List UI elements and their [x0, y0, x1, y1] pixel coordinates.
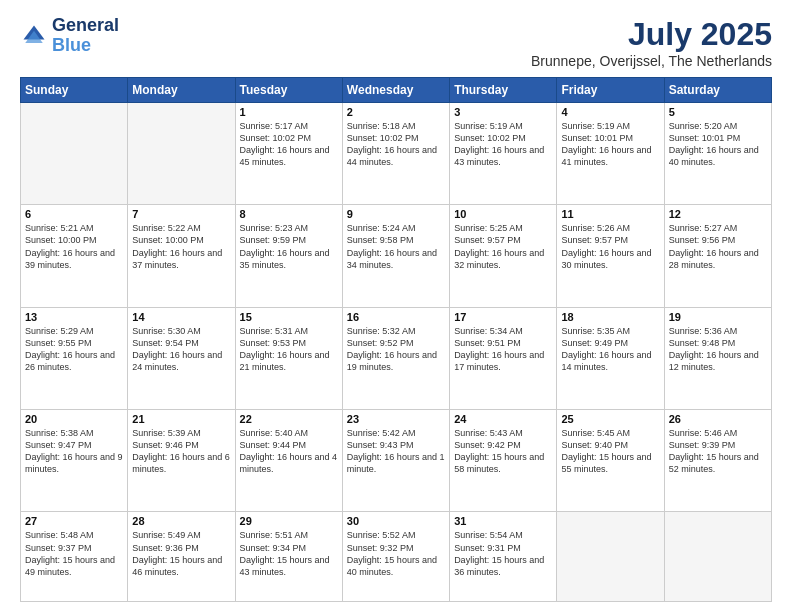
calendar-day-cell: 4Sunrise: 5:19 AM Sunset: 10:01 PM Dayli… — [557, 103, 664, 205]
calendar-day-cell: 20Sunrise: 5:38 AM Sunset: 9:47 PM Dayli… — [21, 410, 128, 512]
day-info: Sunrise: 5:54 AM Sunset: 9:31 PM Dayligh… — [454, 529, 552, 578]
weekday-header-wednesday: Wednesday — [342, 78, 449, 103]
day-number: 18 — [561, 311, 659, 323]
calendar-day-cell: 31Sunrise: 5:54 AM Sunset: 9:31 PM Dayli… — [450, 512, 557, 602]
day-number: 14 — [132, 311, 230, 323]
calendar-day-cell: 26Sunrise: 5:46 AM Sunset: 9:39 PM Dayli… — [664, 410, 771, 512]
logo-icon — [20, 22, 48, 50]
day-info: Sunrise: 5:45 AM Sunset: 9:40 PM Dayligh… — [561, 427, 659, 476]
day-number: 12 — [669, 208, 767, 220]
weekday-header-friday: Friday — [557, 78, 664, 103]
calendar-day-cell: 29Sunrise: 5:51 AM Sunset: 9:34 PM Dayli… — [235, 512, 342, 602]
weekday-header-thursday: Thursday — [450, 78, 557, 103]
day-number: 22 — [240, 413, 338, 425]
day-number: 24 — [454, 413, 552, 425]
weekday-header-monday: Monday — [128, 78, 235, 103]
day-number: 7 — [132, 208, 230, 220]
day-info: Sunrise: 5:27 AM Sunset: 9:56 PM Dayligh… — [669, 222, 767, 271]
day-number: 3 — [454, 106, 552, 118]
calendar-week-row: 1Sunrise: 5:17 AM Sunset: 10:02 PM Dayli… — [21, 103, 772, 205]
day-info: Sunrise: 5:29 AM Sunset: 9:55 PM Dayligh… — [25, 325, 123, 374]
weekday-header-saturday: Saturday — [664, 78, 771, 103]
day-number: 5 — [669, 106, 767, 118]
calendar-day-cell: 18Sunrise: 5:35 AM Sunset: 9:49 PM Dayli… — [557, 307, 664, 409]
calendar-day-cell: 16Sunrise: 5:32 AM Sunset: 9:52 PM Dayli… — [342, 307, 449, 409]
calendar-table: SundayMondayTuesdayWednesdayThursdayFrid… — [20, 77, 772, 602]
calendar-day-cell: 7Sunrise: 5:22 AM Sunset: 10:00 PM Dayli… — [128, 205, 235, 307]
calendar-day-cell: 3Sunrise: 5:19 AM Sunset: 10:02 PM Dayli… — [450, 103, 557, 205]
day-info: Sunrise: 5:42 AM Sunset: 9:43 PM Dayligh… — [347, 427, 445, 476]
day-info: Sunrise: 5:40 AM Sunset: 9:44 PM Dayligh… — [240, 427, 338, 476]
calendar-day-cell: 9Sunrise: 5:24 AM Sunset: 9:58 PM Daylig… — [342, 205, 449, 307]
title-block: July 2025 Brunnepe, Overijssel, The Neth… — [531, 16, 772, 69]
calendar-day-cell: 2Sunrise: 5:18 AM Sunset: 10:02 PM Dayli… — [342, 103, 449, 205]
day-info: Sunrise: 5:32 AM Sunset: 9:52 PM Dayligh… — [347, 325, 445, 374]
day-number: 28 — [132, 515, 230, 527]
calendar-day-cell: 1Sunrise: 5:17 AM Sunset: 10:02 PM Dayli… — [235, 103, 342, 205]
calendar-day-cell: 13Sunrise: 5:29 AM Sunset: 9:55 PM Dayli… — [21, 307, 128, 409]
day-info: Sunrise: 5:23 AM Sunset: 9:59 PM Dayligh… — [240, 222, 338, 271]
day-number: 13 — [25, 311, 123, 323]
calendar-day-cell: 30Sunrise: 5:52 AM Sunset: 9:32 PM Dayli… — [342, 512, 449, 602]
day-number: 31 — [454, 515, 552, 527]
day-number: 10 — [454, 208, 552, 220]
day-info: Sunrise: 5:52 AM Sunset: 9:32 PM Dayligh… — [347, 529, 445, 578]
calendar-day-cell: 23Sunrise: 5:42 AM Sunset: 9:43 PM Dayli… — [342, 410, 449, 512]
day-info: Sunrise: 5:17 AM Sunset: 10:02 PM Daylig… — [240, 120, 338, 169]
calendar-day-cell: 15Sunrise: 5:31 AM Sunset: 9:53 PM Dayli… — [235, 307, 342, 409]
calendar-day-cell: 6Sunrise: 5:21 AM Sunset: 10:00 PM Dayli… — [21, 205, 128, 307]
day-number: 1 — [240, 106, 338, 118]
day-number: 8 — [240, 208, 338, 220]
calendar-day-cell: 10Sunrise: 5:25 AM Sunset: 9:57 PM Dayli… — [450, 205, 557, 307]
calendar-day-cell: 11Sunrise: 5:26 AM Sunset: 9:57 PM Dayli… — [557, 205, 664, 307]
day-info: Sunrise: 5:18 AM Sunset: 10:02 PM Daylig… — [347, 120, 445, 169]
day-number: 17 — [454, 311, 552, 323]
day-number: 25 — [561, 413, 659, 425]
calendar-day-cell: 17Sunrise: 5:34 AM Sunset: 9:51 PM Dayli… — [450, 307, 557, 409]
day-number: 19 — [669, 311, 767, 323]
day-info: Sunrise: 5:19 AM Sunset: 10:02 PM Daylig… — [454, 120, 552, 169]
day-info: Sunrise: 5:22 AM Sunset: 10:00 PM Daylig… — [132, 222, 230, 271]
day-number: 23 — [347, 413, 445, 425]
day-info: Sunrise: 5:31 AM Sunset: 9:53 PM Dayligh… — [240, 325, 338, 374]
day-number: 16 — [347, 311, 445, 323]
day-info: Sunrise: 5:49 AM Sunset: 9:36 PM Dayligh… — [132, 529, 230, 578]
calendar-day-cell: 8Sunrise: 5:23 AM Sunset: 9:59 PM Daylig… — [235, 205, 342, 307]
weekday-header-sunday: Sunday — [21, 78, 128, 103]
day-number: 15 — [240, 311, 338, 323]
weekday-header-tuesday: Tuesday — [235, 78, 342, 103]
day-number: 30 — [347, 515, 445, 527]
day-info: Sunrise: 5:43 AM Sunset: 9:42 PM Dayligh… — [454, 427, 552, 476]
calendar-day-cell — [21, 103, 128, 205]
weekday-header-row: SundayMondayTuesdayWednesdayThursdayFrid… — [21, 78, 772, 103]
day-info: Sunrise: 5:48 AM Sunset: 9:37 PM Dayligh… — [25, 529, 123, 578]
calendar-day-cell: 28Sunrise: 5:49 AM Sunset: 9:36 PM Dayli… — [128, 512, 235, 602]
day-number: 9 — [347, 208, 445, 220]
day-info: Sunrise: 5:25 AM Sunset: 9:57 PM Dayligh… — [454, 222, 552, 271]
page-header: General Blue July 2025 Brunnepe, Overijs… — [20, 16, 772, 69]
calendar-day-cell: 24Sunrise: 5:43 AM Sunset: 9:42 PM Dayli… — [450, 410, 557, 512]
day-info: Sunrise: 5:19 AM Sunset: 10:01 PM Daylig… — [561, 120, 659, 169]
calendar-week-row: 13Sunrise: 5:29 AM Sunset: 9:55 PM Dayli… — [21, 307, 772, 409]
calendar-day-cell: 27Sunrise: 5:48 AM Sunset: 9:37 PM Dayli… — [21, 512, 128, 602]
calendar-week-row: 6Sunrise: 5:21 AM Sunset: 10:00 PM Dayli… — [21, 205, 772, 307]
day-info: Sunrise: 5:38 AM Sunset: 9:47 PM Dayligh… — [25, 427, 123, 476]
day-number: 20 — [25, 413, 123, 425]
day-number: 4 — [561, 106, 659, 118]
calendar-day-cell: 14Sunrise: 5:30 AM Sunset: 9:54 PM Dayli… — [128, 307, 235, 409]
day-info: Sunrise: 5:35 AM Sunset: 9:49 PM Dayligh… — [561, 325, 659, 374]
calendar-page: General Blue July 2025 Brunnepe, Overijs… — [0, 0, 792, 612]
day-info: Sunrise: 5:39 AM Sunset: 9:46 PM Dayligh… — [132, 427, 230, 476]
calendar-day-cell: 5Sunrise: 5:20 AM Sunset: 10:01 PM Dayli… — [664, 103, 771, 205]
calendar-week-row: 20Sunrise: 5:38 AM Sunset: 9:47 PM Dayli… — [21, 410, 772, 512]
calendar-day-cell — [557, 512, 664, 602]
day-info: Sunrise: 5:36 AM Sunset: 9:48 PM Dayligh… — [669, 325, 767, 374]
day-info: Sunrise: 5:30 AM Sunset: 9:54 PM Dayligh… — [132, 325, 230, 374]
day-number: 26 — [669, 413, 767, 425]
day-number: 29 — [240, 515, 338, 527]
day-number: 27 — [25, 515, 123, 527]
calendar-day-cell — [128, 103, 235, 205]
calendar-week-row: 27Sunrise: 5:48 AM Sunset: 9:37 PM Dayli… — [21, 512, 772, 602]
calendar-day-cell: 12Sunrise: 5:27 AM Sunset: 9:56 PM Dayli… — [664, 205, 771, 307]
month-title: July 2025 — [531, 16, 772, 53]
